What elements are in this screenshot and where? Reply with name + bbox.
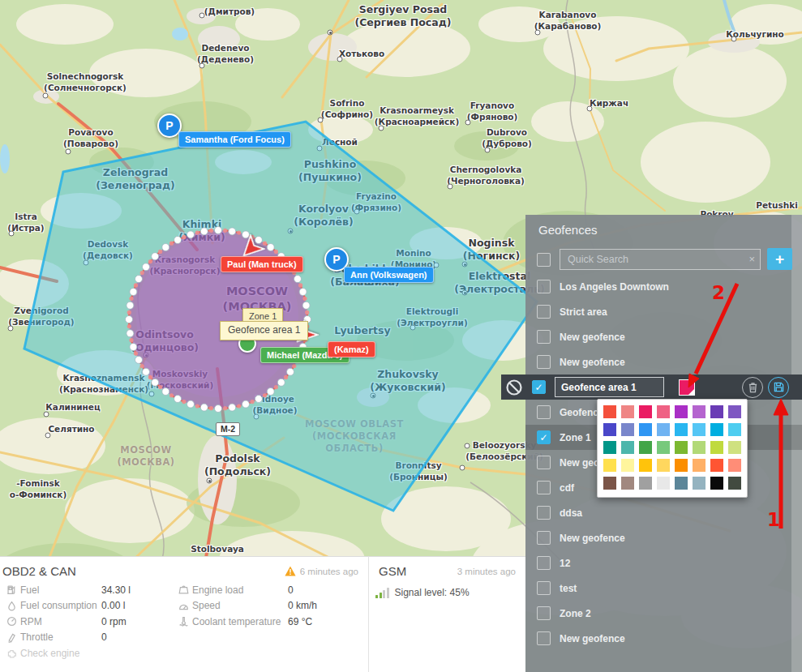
geofence-vertex-handle[interactable]	[162, 388, 169, 396]
geofence-midpoint-handle[interactable]	[274, 250, 278, 254]
geofence-vertex-handle[interactable]	[174, 396, 182, 403]
color-swatch[interactable]	[710, 441, 723, 454]
search-select-all-checkbox[interactable]	[537, 253, 551, 267]
geofence-vertex-handle[interactable]	[299, 289, 307, 296]
geofence-vertex-handle[interactable]	[143, 263, 150, 271]
geofence-midpoint-handle[interactable]	[237, 230, 241, 234]
geofence-midpoint-handle[interactable]	[223, 229, 227, 233]
geofence-list-item[interactable]: ddsa	[525, 500, 802, 525]
color-swatch[interactable]	[639, 459, 652, 472]
geofence-checkbox[interactable]	[537, 280, 551, 293]
geofence-name-input[interactable]	[555, 377, 664, 397]
add-geofence-button[interactable]: +	[767, 248, 792, 270]
geofence-vertex-handle[interactable]	[294, 276, 302, 283]
color-swatch[interactable]	[710, 405, 723, 418]
geofence-checkbox[interactable]	[537, 330, 551, 344]
geofence-midpoint-handle[interactable]	[148, 259, 152, 263]
color-swatch[interactable]	[693, 459, 706, 472]
color-swatch[interactable]	[603, 441, 616, 454]
geofence-list-item[interactable]: Zone 2	[525, 601, 802, 626]
geofence-midpoint-handle[interactable]	[263, 393, 267, 397]
color-swatch[interactable]	[675, 441, 688, 454]
geofence-checkbox[interactable]	[537, 631, 551, 645]
color-swatch[interactable]	[657, 477, 670, 490]
color-swatch[interactable]	[603, 405, 616, 418]
geofence-midpoint-handle[interactable]	[284, 375, 288, 379]
color-swatch[interactable]	[639, 477, 652, 490]
color-swatch[interactable]	[639, 441, 652, 454]
color-swatch[interactable]	[675, 423, 688, 436]
map-geofence-label-area1[interactable]: Geofence area 1	[220, 321, 308, 340]
geofence-vertex-handle[interactable]	[130, 344, 137, 351]
geofence-vertex-handle[interactable]	[229, 228, 236, 235]
geofence-color-swatch-button[interactable]	[679, 379, 695, 396]
geofence-midpoint-handle[interactable]	[169, 242, 174, 246]
color-swatch[interactable]	[728, 441, 741, 454]
geofence-vertex-handle[interactable]	[287, 368, 294, 375]
geofence-midpoint-handle[interactable]	[209, 229, 213, 233]
geofence-midpoint-handle[interactable]	[274, 385, 278, 389]
color-swatch[interactable]	[657, 441, 670, 454]
geofence-list-item[interactable]: New geofence	[525, 324, 802, 349]
color-swatch[interactable]	[728, 405, 741, 418]
geofence-checkbox[interactable]	[537, 556, 551, 570]
color-swatch[interactable]	[657, 405, 670, 418]
geofence-midpoint-handle[interactable]	[251, 400, 255, 404]
geofence-vertex-handle[interactable]	[174, 237, 182, 244]
color-swatch[interactable]	[603, 423, 616, 436]
vehicle-label-ann[interactable]: Ann (Volkswagen)	[344, 267, 434, 283]
geofence-vertex-handle[interactable]	[127, 330, 134, 337]
geofence-vertex-handle[interactable]	[267, 244, 274, 251]
geofence-midpoint-handle[interactable]	[127, 324, 131, 328]
geofence-vertex-handle[interactable]	[229, 404, 236, 411]
color-swatch[interactable]	[675, 459, 688, 472]
geofence-checkbox-checked[interactable]: ✓	[532, 380, 546, 394]
geofence-midpoint-handle[interactable]	[209, 406, 213, 410]
geofence-midpoint-handle[interactable]	[305, 310, 309, 315]
geofence-checkbox[interactable]	[537, 531, 551, 545]
geofence-midpoint-handle[interactable]	[182, 235, 186, 239]
geofence-vertex-handle[interactable]	[215, 227, 222, 234]
geofence-midpoint-handle[interactable]	[182, 400, 186, 404]
geofence-midpoint-handle[interactable]	[302, 297, 307, 301]
geofence-midpoint-handle[interactable]	[140, 271, 144, 275]
color-swatch[interactable]	[603, 459, 616, 472]
color-swatch[interactable]	[675, 477, 688, 490]
geofence-list-item[interactable]: 12	[525, 550, 802, 576]
geofence-midpoint-handle[interactable]	[158, 250, 162, 254]
geofence-midpoint-handle[interactable]	[169, 393, 174, 397]
color-swatch[interactable]	[657, 423, 670, 436]
color-swatch[interactable]	[621, 441, 634, 454]
geofence-midpoint-handle[interactable]	[223, 406, 227, 410]
color-swatch[interactable]	[710, 459, 723, 472]
geofence-vertex-handle[interactable]	[126, 316, 133, 323]
geofence-vertex-handle[interactable]	[200, 404, 208, 411]
geofence-list-item[interactable]: Los Angeles Downtown	[525, 274, 802, 299]
color-swatch[interactable]	[728, 459, 741, 472]
color-swatch[interactable]	[657, 459, 670, 472]
geofence-midpoint-handle[interactable]	[129, 297, 133, 301]
geofence-vertex-handle[interactable]	[242, 400, 250, 408]
geofence-checkbox[interactable]	[537, 456, 551, 469]
geofence-midpoint-handle[interactable]	[140, 364, 144, 368]
geofence-vertex-handle[interactable]	[302, 302, 310, 309]
geofence-vertex-handle[interactable]	[187, 231, 195, 238]
color-swatch[interactable]	[693, 477, 706, 490]
geofence-checkbox[interactable]	[537, 405, 551, 419]
color-swatch[interactable]	[710, 477, 723, 490]
geofence-list-item[interactable]: Strict area	[525, 299, 802, 324]
quick-search-input[interactable]	[560, 249, 761, 270]
geofence-checkbox[interactable]	[537, 606, 551, 620]
geofence-midpoint-handle[interactable]	[195, 230, 199, 234]
geofence-vertex-handle[interactable]	[215, 405, 222, 413]
geofence-checkbox[interactable]	[537, 506, 551, 520]
geofence-vertex-handle[interactable]	[162, 244, 169, 251]
color-swatch[interactable]	[621, 423, 634, 436]
geofence-list-item[interactable]: New geofence	[525, 626, 802, 651]
color-swatch[interactable]	[693, 405, 706, 418]
geofence-vertex-handle[interactable]	[143, 368, 150, 375]
geofence-list-item[interactable]: New geofence	[525, 349, 802, 375]
vehicle-label-samantha[interactable]: Samantha (Ford Focus)	[178, 131, 291, 148]
color-swatch[interactable]	[710, 423, 723, 436]
color-swatch[interactable]	[621, 477, 634, 490]
